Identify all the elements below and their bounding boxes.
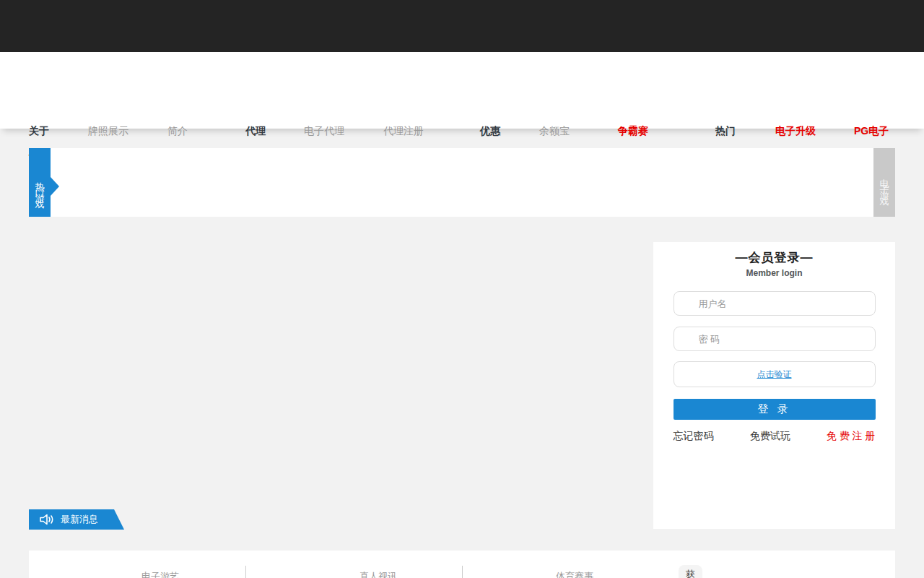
nav-item-tournament[interactable]: 争霸赛 [618, 124, 648, 138]
nav-item-yuebao[interactable]: 余额宝 [539, 124, 570, 138]
nav-item-license[interactable]: 牌照展示 [88, 124, 128, 138]
free-trial-link[interactable]: 免费试玩 [750, 430, 790, 443]
carousel-tab-label: 电子游戏 [879, 181, 889, 204]
latest-news-label: 最新消息 [61, 513, 98, 526]
category-label[interactable]: 真人视讯 [359, 570, 397, 578]
game-category-bar: 电子游艺 真人视讯 体育赛事 [29, 551, 895, 578]
main-navigation: 关于 牌照展示 简介 代理 电子代理 代理注册 优惠 余额宝 争霸赛 热门 电子… [0, 52, 924, 129]
login-links-row: 忘记密码 免费试玩 免 费 注 册 [674, 430, 876, 443]
login-button[interactable]: 登 录 [674, 399, 876, 420]
top-bar [0, 0, 924, 52]
username-input[interactable] [674, 291, 876, 316]
nav-item-intro[interactable]: 简介 [167, 124, 188, 138]
nav-item-pg-slots[interactable]: PG电子 [854, 124, 889, 138]
carousel-tab-hot-games[interactable]: 热门游戏 [29, 148, 51, 217]
forgot-password-link[interactable]: 忘记密码 [674, 430, 714, 443]
carousel-tab-arrow-icon [51, 177, 59, 196]
page: { "colors": { "accent_blue": "#1a87d2", … [0, 0, 924, 578]
nav-item-about[interactable]: 关于 [29, 124, 49, 138]
nav-item-agent[interactable]: 代理 [245, 124, 266, 138]
nav-item-slot-upgrade[interactable]: 电子升级 [775, 124, 816, 138]
captcha-verify-box[interactable]: 点击验证 [674, 361, 876, 387]
member-login-panel: —会员登录— Member login 点击验证 登 录 忘记密码 免费试玩 免… [653, 242, 895, 529]
latest-news-badge[interactable]: 最新消息 [29, 509, 124, 530]
nav-item-agent-register[interactable]: 代理注册 [383, 124, 424, 138]
password-input[interactable] [674, 327, 876, 351]
nav-item-promo[interactable]: 优惠 [480, 124, 500, 138]
carousel-tab-label: 热门游戏 [35, 184, 45, 207]
nav-item-e-agent[interactable]: 电子代理 [304, 124, 344, 138]
login-subtitle: Member login [653, 268, 895, 278]
category-divider [462, 566, 463, 578]
free-register-link[interactable]: 免 费 注 册 [827, 430, 876, 443]
floating-widget-label: 获 [686, 569, 695, 578]
carousel-tab-slots[interactable]: 电子游戏 [873, 148, 895, 217]
category-divider [245, 566, 246, 578]
category-label[interactable]: 电子游艺 [141, 570, 179, 578]
category-label[interactable]: 体育赛事 [556, 570, 593, 578]
login-title: —会员登录— [653, 249, 895, 266]
banner-carousel [51, 148, 873, 217]
speaker-icon [39, 513, 55, 526]
floating-widget-button[interactable]: 获 [679, 565, 702, 578]
nav-item-hot[interactable]: 热门 [715, 124, 736, 138]
captcha-verify-link: 点击验证 [757, 368, 792, 381]
